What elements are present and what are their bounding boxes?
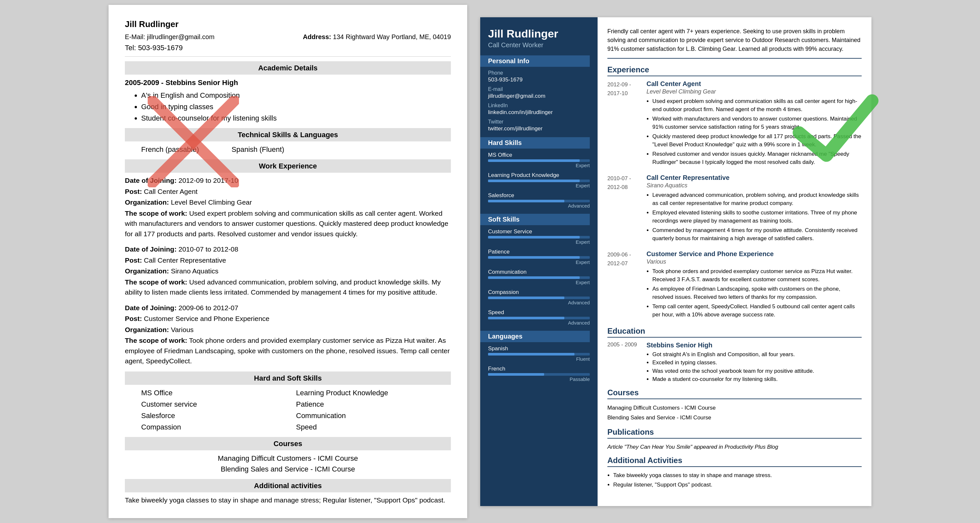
courses-title-r: Courses <box>608 388 862 399</box>
course-2: Blending Sales and Service - ICMI Course <box>125 464 451 474</box>
additional-text: Take biweekly yoga classes to stay in sh… <box>125 495 451 506</box>
hard-skills-list: MS Office Learning Product Knowledge Cus… <box>141 388 451 432</box>
exp3-date: 2009-06 - 2012-07 <box>608 250 640 320</box>
tel-label: Tel: <box>125 44 136 52</box>
sidebar-name: Jill Rudlinger <box>488 27 590 40</box>
course-r-2: Blending Sales and Service - ICMI Course <box>608 413 862 423</box>
work-entry-3: Date of Joining: 2009-06 to 2012-07 Post… <box>125 303 451 366</box>
exp3-bullet-2: As employee of Friedman Landscaping, spo… <box>652 285 862 301</box>
work2-post: Post: Call Center Representative <box>125 255 451 265</box>
education-title: Education <box>608 326 862 338</box>
exp1-bullet-4: Resolved customer and vendor issues quic… <box>652 150 862 167</box>
edu1-school: Stebbins Senior High <box>646 342 814 349</box>
skill-bar-ms-office: MS Office Expert <box>488 152 590 168</box>
right-main: Friendly call center agent with 7+ years… <box>598 17 872 506</box>
tel-value: 503-935-1679 <box>138 44 183 52</box>
work1-joining: Date of Joining: 2012-09 to 2017-10 <box>125 175 451 186</box>
skill-bar-speed: Speed Advanced <box>488 309 590 326</box>
left-contact-row: E-Mail: jillrudlinger@gmail.com Address:… <box>125 32 451 42</box>
skill-bar-spanish: Spanish Fluent <box>488 345 590 362</box>
hard-soft-header: Hard and Soft Skills <box>125 372 451 385</box>
exp1-bullets: Used expert problem solving and communic… <box>652 97 862 167</box>
technical-header: Technical Skills & Languages <box>125 128 451 141</box>
exp1-bullet-2: Worked with manufacturers and vendors to… <box>652 115 862 131</box>
skill-bar-patience: Patience Expert <box>488 249 590 265</box>
publications-text: Article "They Can Hear You Smile" appear… <box>608 442 862 451</box>
languages-title: Languages <box>480 331 590 342</box>
twitter-value: twitter.com/jillrudlinger <box>488 126 590 132</box>
exp1-bullet-3: Quickly mastered deep product knowledge … <box>652 132 862 149</box>
work3-org: Organization: Various <box>125 324 451 335</box>
work2-scope: The scope of work: Used advanced communi… <box>125 277 451 297</box>
skill-customer: Customer service <box>141 399 296 410</box>
exp2-title: Call Center Representative <box>646 174 862 181</box>
skill-patience: Patience <box>296 399 451 410</box>
address-label: Address: <box>303 33 331 40</box>
left-address: Address: 134 Rightward Way Portland, ME,… <box>303 32 451 42</box>
linkedin-value: linkedin.com/in/jillrudlinger <box>488 109 590 116</box>
edu1-b2: Excelled in typing classes. <box>652 358 814 367</box>
hard-skills-title: Hard Skills <box>480 137 590 149</box>
work-entry-1: Date of Joining: 2012-09 to 2017-10 Post… <box>125 175 451 239</box>
sidebar-title: Call Center Worker <box>488 41 590 49</box>
email-label-r: E-mail <box>488 86 590 92</box>
exp1-date: 2012-09 - 2017-10 <box>608 80 640 167</box>
work1-post: Post: Call Center Agent <box>125 186 451 197</box>
courses-list-r: Managing Difficult Customers - ICMI Cour… <box>608 403 862 423</box>
edu1-b4: Made a student co-counselor for my liste… <box>652 375 814 383</box>
education-years: 2005-2009 - Stebbins Senior High <box>125 77 451 88</box>
edu-years: 2005-2009 - Stebbins Senior High <box>125 78 238 87</box>
exp1-bullet-1: Used expert problem solving and communic… <box>652 97 862 114</box>
summary-text: Friendly call center agent with 7+ years… <box>608 27 862 59</box>
work1-scope: The scope of work: Used expert problem s… <box>125 208 451 239</box>
exp3-bullet-3: Temp call center agent, SpeedyCollect. H… <box>652 302 862 319</box>
edu1-bullets: Got straight A's in English and Composit… <box>652 350 814 383</box>
skill-bar-customer: Customer Service Expert <box>488 229 590 245</box>
skill-bar-salesforce: Salesforce Advanced <box>488 192 590 208</box>
left-name: Jill Rudlinger <box>125 18 451 31</box>
exp1-title: Call Center Agent <box>646 80 862 87</box>
left-tel: Tel: 503-935-1679 <box>125 42 451 53</box>
exp3-bullet-1: Took phone orders and provided exemplary… <box>652 267 862 284</box>
twitter-label: Twitter <box>488 119 590 125</box>
skill-compassion: Compassion <box>141 422 296 432</box>
add-act-1: Take biweekly yoga classes to stay in sh… <box>613 471 862 480</box>
edu-item-1: A's in English and Composition <box>141 90 451 101</box>
exp3-content: Customer Service and Phone Experience Va… <box>646 250 862 320</box>
education-list: A's in English and Composition Good in t… <box>141 90 451 124</box>
personal-info-title: Personal Info <box>480 56 590 67</box>
additional-title-r: Additional Activities <box>608 456 862 467</box>
edu-item-2: Good in typing classes <box>141 101 451 112</box>
skill-learning: Learning Product Knowledge <box>296 388 451 398</box>
divider-1 <box>125 56 451 57</box>
skill-salesforce: Salesforce <box>141 410 296 421</box>
spanish-skill: Spanish (Fluent) <box>231 144 284 155</box>
exp2-bullet-1: Leveraged advanced communication, proble… <box>652 191 862 208</box>
soft-skills-title: Soft Skills <box>480 214 590 225</box>
email-value-r: jillrudlinger@gmail.com <box>488 93 590 99</box>
skill-bar-communication: Communication Expert <box>488 269 590 285</box>
left-email: E-Mail: jillrudlinger@gmail.com <box>125 32 215 42</box>
work2-joining: Date of Joining: 2010-07 to 2012-08 <box>125 244 451 254</box>
work-header: Work Experience <box>125 159 451 173</box>
exp-entry-1: 2012-09 - 2017-10 Call Center Agent Leve… <box>608 80 862 167</box>
left-resume: Jill Rudlinger E-Mail: jillrudlinger@gma… <box>108 5 467 518</box>
exp-entry-2: 2010-07 - 2012-08 Call Center Representa… <box>608 174 862 244</box>
exp-entry-3: 2009-06 - 2012-07 Customer Service and P… <box>608 250 862 320</box>
course-r-1: Managing Difficult Customers - ICMI Cour… <box>608 403 862 413</box>
exp3-bullets: Took phone orders and provided exemplary… <box>652 267 862 319</box>
exp3-title: Customer Service and Phone Experience <box>646 250 862 258</box>
skill-bar-french: French Passable <box>488 366 590 382</box>
right-resume: Jill Rudlinger Call Center Worker Person… <box>480 17 872 506</box>
work-entry-2: Date of Joining: 2010-07 to 2012-08 Post… <box>125 244 451 297</box>
edu-item-3: Student co-counselor for my listening sk… <box>141 113 451 124</box>
skill-bar-learning: Learning Product Knowledge Expert <box>488 172 590 188</box>
address-value: 134 Rightward Way Portland, ME, 04019 <box>333 33 451 40</box>
exp3-company: Various <box>646 258 862 265</box>
skill-ms-office: MS Office <box>141 388 296 398</box>
edu1-date: 2005 - 2009 <box>608 342 640 383</box>
phone-label: Phone <box>488 70 590 76</box>
work1-org: Organization: Level Bevel Climbing Gear <box>125 197 451 208</box>
email-value: jillrudlinger@gmail.com <box>147 33 215 40</box>
work3-post: Post: Customer Service and Phone Experie… <box>125 313 451 324</box>
